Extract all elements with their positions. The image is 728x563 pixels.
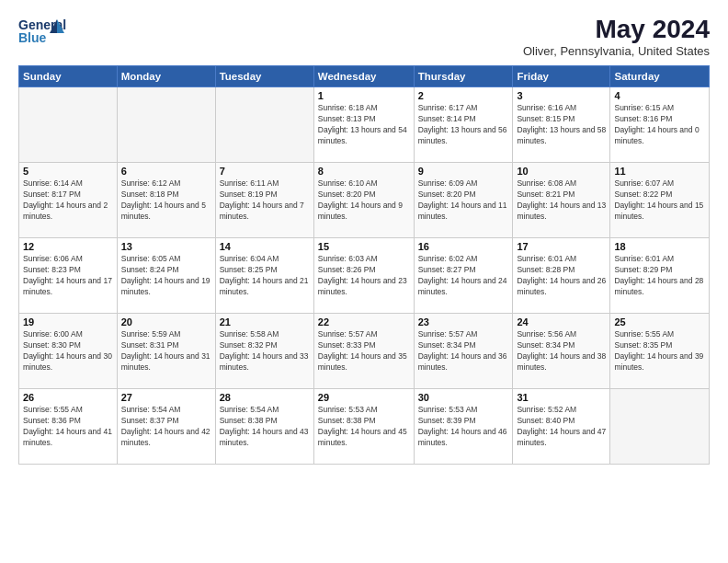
table-row: 30Sunrise: 5:53 AMSunset: 8:39 PMDayligh… [414,389,513,465]
table-row: 19Sunrise: 6:00 AMSunset: 8:30 PMDayligh… [19,314,118,389]
table-row: 9Sunrise: 6:09 AMSunset: 8:20 PMDaylight… [414,163,513,238]
day-number: 21 [220,316,310,327]
table-row: 27Sunrise: 5:54 AMSunset: 8:37 PMDayligh… [117,389,215,465]
day-info: Sunrise: 5:52 AMSunset: 8:40 PMDaylight:… [517,405,606,449]
table-row [19,87,118,163]
day-info: Sunrise: 5:53 AMSunset: 8:39 PMDaylight:… [418,405,509,449]
table-row: 18Sunrise: 6:01 AMSunset: 8:29 PMDayligh… [610,238,710,314]
day-number: 1 [318,90,410,101]
day-number: 4 [614,90,705,101]
day-number: 19 [23,316,113,327]
day-number: 29 [318,392,410,403]
col-saturday: Saturday [610,66,710,87]
day-number: 23 [418,316,509,327]
table-row: 14Sunrise: 6:04 AMSunset: 8:25 PMDayligh… [215,238,313,314]
day-info: Sunrise: 6:09 AMSunset: 8:20 PMDaylight:… [418,178,509,223]
calendar-table: Sunday Monday Tuesday Wednesday Thursday… [18,65,710,465]
day-info: Sunrise: 6:18 AMSunset: 8:13 PMDaylight:… [318,103,410,147]
day-info: Sunrise: 6:03 AMSunset: 8:26 PMDaylight:… [318,254,410,298]
day-info: Sunrise: 6:12 AMSunset: 8:18 PMDaylight:… [121,178,211,223]
day-number: 14 [220,241,310,252]
calendar-week-row: 1Sunrise: 6:18 AMSunset: 8:13 PMDaylight… [19,87,710,163]
day-info: Sunrise: 6:08 AMSunset: 8:21 PMDaylight:… [517,178,606,223]
table-row: 12Sunrise: 6:06 AMSunset: 8:23 PMDayligh… [19,238,118,314]
day-info: Sunrise: 6:00 AMSunset: 8:30 PMDaylight:… [23,329,113,373]
table-row: 6Sunrise: 6:12 AMSunset: 8:18 PMDaylight… [117,163,215,238]
day-info: Sunrise: 5:58 AMSunset: 8:32 PMDaylight:… [220,329,310,373]
day-number: 26 [23,392,113,403]
day-number: 22 [318,316,410,327]
day-number: 13 [121,241,211,252]
table-row: 7Sunrise: 6:11 AMSunset: 8:19 PMDaylight… [215,163,313,238]
table-row: 26Sunrise: 5:55 AMSunset: 8:36 PMDayligh… [19,389,118,465]
day-info: Sunrise: 5:54 AMSunset: 8:38 PMDaylight:… [220,405,310,449]
day-info: Sunrise: 6:16 AMSunset: 8:15 PMDaylight:… [517,103,606,147]
col-thursday: Thursday [414,66,513,87]
page: General Blue May 2024 Oliver, Pennsylvan… [0,0,728,563]
col-tuesday: Tuesday [215,66,313,87]
calendar-week-row: 5Sunrise: 6:14 AMSunset: 8:17 PMDaylight… [19,163,710,238]
day-number: 20 [121,316,211,327]
location: Oliver, Pennsylvania, United States [523,44,710,58]
table-row: 31Sunrise: 5:52 AMSunset: 8:40 PMDayligh… [513,389,610,465]
table-row: 25Sunrise: 5:55 AMSunset: 8:35 PMDayligh… [610,314,710,389]
table-row: 8Sunrise: 6:10 AMSunset: 8:20 PMDaylight… [313,163,414,238]
day-number: 17 [517,241,606,252]
day-info: Sunrise: 6:15 AMSunset: 8:16 PMDaylight:… [614,103,705,147]
day-number: 16 [418,241,509,252]
day-info: Sunrise: 6:07 AMSunset: 8:22 PMDaylight:… [614,178,705,223]
table-row: 22Sunrise: 5:57 AMSunset: 8:33 PMDayligh… [313,314,414,389]
logo: General Blue [18,15,66,52]
table-row: 29Sunrise: 5:53 AMSunset: 8:38 PMDayligh… [313,389,414,465]
table-row: 15Sunrise: 6:03 AMSunset: 8:26 PMDayligh… [313,238,414,314]
logo-icon: General Blue [18,15,66,52]
day-info: Sunrise: 5:57 AMSunset: 8:33 PMDaylight:… [318,329,410,373]
table-row: 28Sunrise: 5:54 AMSunset: 8:38 PMDayligh… [215,389,313,465]
day-number: 2 [418,90,509,101]
day-number: 10 [517,166,606,177]
day-info: Sunrise: 5:59 AMSunset: 8:31 PMDaylight:… [121,329,211,373]
day-number: 25 [614,316,705,327]
calendar-week-row: 26Sunrise: 5:55 AMSunset: 8:36 PMDayligh… [19,389,710,465]
day-info: Sunrise: 5:56 AMSunset: 8:34 PMDaylight:… [517,329,606,373]
day-info: Sunrise: 6:01 AMSunset: 8:28 PMDaylight:… [517,254,606,298]
table-row: 24Sunrise: 5:56 AMSunset: 8:34 PMDayligh… [513,314,610,389]
day-number: 24 [517,316,606,327]
day-info: Sunrise: 6:01 AMSunset: 8:29 PMDaylight:… [614,254,705,298]
col-monday: Monday [117,66,215,87]
table-row: 5Sunrise: 6:14 AMSunset: 8:17 PMDaylight… [19,163,118,238]
month-title: May 2024 [523,15,710,44]
table-row: 11Sunrise: 6:07 AMSunset: 8:22 PMDayligh… [610,163,710,238]
title-block: May 2024 Oliver, Pennsylvania, United St… [523,15,710,58]
svg-text:Blue: Blue [18,30,47,45]
day-info: Sunrise: 6:06 AMSunset: 8:23 PMDaylight:… [23,254,113,298]
day-number: 31 [517,392,606,403]
day-info: Sunrise: 6:17 AMSunset: 8:14 PMDaylight:… [418,103,509,147]
day-info: Sunrise: 6:10 AMSunset: 8:20 PMDaylight:… [318,178,410,223]
table-row [117,87,215,163]
day-number: 5 [23,166,113,177]
day-number: 3 [517,90,606,101]
table-row: 4Sunrise: 6:15 AMSunset: 8:16 PMDaylight… [610,87,710,163]
day-info: Sunrise: 6:02 AMSunset: 8:27 PMDaylight:… [418,254,509,298]
table-row: 1Sunrise: 6:18 AMSunset: 8:13 PMDaylight… [313,87,414,163]
table-row: 23Sunrise: 5:57 AMSunset: 8:34 PMDayligh… [414,314,513,389]
day-number: 9 [418,166,509,177]
table-row [215,87,313,163]
day-info: Sunrise: 5:55 AMSunset: 8:36 PMDaylight:… [23,405,113,449]
day-info: Sunrise: 5:57 AMSunset: 8:34 PMDaylight:… [418,329,509,373]
table-row: 13Sunrise: 6:05 AMSunset: 8:24 PMDayligh… [117,238,215,314]
calendar-header-row: Sunday Monday Tuesday Wednesday Thursday… [19,66,710,87]
table-row: 2Sunrise: 6:17 AMSunset: 8:14 PMDaylight… [414,87,513,163]
day-number: 6 [121,166,211,177]
day-info: Sunrise: 5:53 AMSunset: 8:38 PMDaylight:… [318,405,410,449]
day-info: Sunrise: 6:14 AMSunset: 8:17 PMDaylight:… [23,178,113,223]
day-number: 27 [121,392,211,403]
day-info: Sunrise: 6:05 AMSunset: 8:24 PMDaylight:… [121,254,211,298]
day-info: Sunrise: 5:54 AMSunset: 8:37 PMDaylight:… [121,405,211,449]
calendar-week-row: 19Sunrise: 6:00 AMSunset: 8:30 PMDayligh… [19,314,710,389]
calendar-week-row: 12Sunrise: 6:06 AMSunset: 8:23 PMDayligh… [19,238,710,314]
header: General Blue May 2024 Oliver, Pennsylvan… [18,15,710,58]
table-row: 3Sunrise: 6:16 AMSunset: 8:15 PMDaylight… [513,87,610,163]
table-row: 20Sunrise: 5:59 AMSunset: 8:31 PMDayligh… [117,314,215,389]
